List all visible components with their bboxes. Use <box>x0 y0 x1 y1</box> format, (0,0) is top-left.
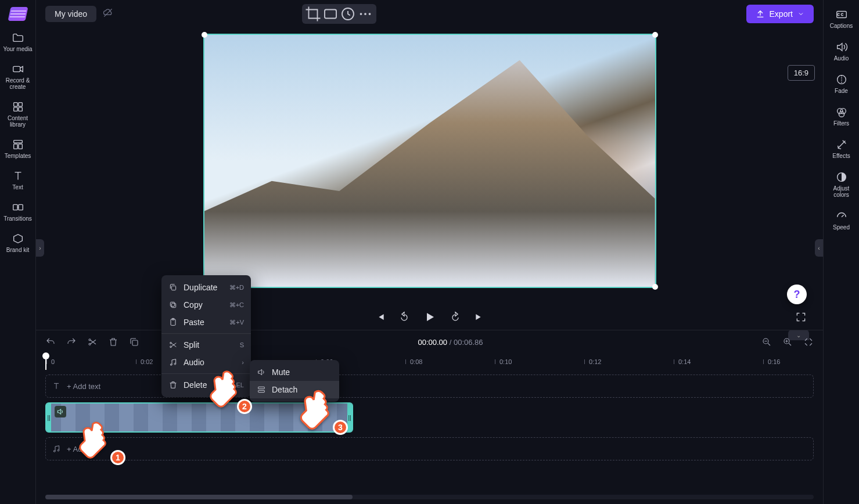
nav-captions[interactable]: Captions <box>825 8 858 29</box>
nav-transitions[interactable]: Transitions <box>2 201 34 222</box>
aspect-ratio-selector[interactable]: 16:9 <box>788 65 815 81</box>
resize-handle-tr[interactable] <box>652 32 658 38</box>
nav-label: Audio <box>834 55 849 62</box>
ctx-split[interactable]: Split S <box>161 336 251 354</box>
nav-your-media[interactable]: Your media <box>2 31 34 52</box>
skip-end-button[interactable] <box>474 311 486 323</box>
delete-button[interactable] <box>108 337 118 347</box>
mute-icon <box>257 368 266 377</box>
svg-point-15 <box>368 13 371 15</box>
ruler-tick: 0:16 <box>763 358 780 365</box>
undo-button[interactable] <box>45 337 56 347</box>
filters-icon <box>835 106 848 118</box>
skip-start-button[interactable] <box>374 311 386 323</box>
copy-icon <box>168 300 178 309</box>
fullscreen-button[interactable] <box>795 311 807 323</box>
help-button[interactable]: ? <box>787 285 807 304</box>
duplicate-icon <box>168 283 178 292</box>
main-area: My video Export <box>36 0 823 504</box>
nav-adjust-colors[interactable]: Adjust colors <box>825 171 858 198</box>
zoom-in-button[interactable] <box>782 337 793 347</box>
brandkit-icon <box>12 232 24 245</box>
video-clip[interactable]: || || <box>45 402 353 433</box>
right-sidebar: Captions Audio Fade Filters Effects Adju… <box>823 0 859 504</box>
folder-icon <box>12 31 24 44</box>
nav-speed[interactable]: Speed <box>825 210 858 231</box>
redo-button[interactable] <box>66 337 77 347</box>
adjust-icon <box>835 171 848 183</box>
duplicate-button[interactable] <box>129 337 139 347</box>
transitions-icon <box>12 201 24 214</box>
ctx-audio[interactable]: Audio › <box>161 354 251 371</box>
ctx-label: Paste <box>184 318 204 327</box>
ctx-label: Delete <box>184 380 207 390</box>
ctx-separator <box>161 333 251 334</box>
export-button[interactable]: Export <box>746 5 814 23</box>
svg-rect-5 <box>13 141 22 143</box>
timeline-ruler[interactable]: 0 0:02 0:06 0:08 0:10 0:12 0:14 0:16 <box>36 354 823 370</box>
svg-rect-11 <box>325 10 336 19</box>
audio-track[interactable]: + Add ... <box>45 437 814 460</box>
svg-point-37 <box>174 363 176 365</box>
clip-trim-right[interactable]: || <box>347 404 352 431</box>
nav-filters[interactable]: Filters <box>825 106 858 127</box>
video-canvas[interactable] <box>203 34 656 288</box>
pip-tool[interactable] <box>339 6 357 21</box>
text-track[interactable]: + Add text <box>45 375 814 398</box>
library-icon <box>12 100 24 113</box>
ruler-tick: 0:14 <box>674 358 691 365</box>
clip-audio-icon[interactable] <box>55 406 66 417</box>
ruler-tick: 0 <box>46 358 55 365</box>
nav-record-create[interactable]: Record & create <box>2 63 34 90</box>
nav-label: Filters <box>833 120 849 127</box>
ctx-copy[interactable]: Copy ⌘+C <box>161 296 251 314</box>
ctx-shortcut: ⌘+C <box>229 301 244 309</box>
zoom-out-button[interactable] <box>761 337 772 347</box>
svg-rect-8 <box>13 204 17 210</box>
svg-rect-29 <box>171 286 175 290</box>
cc-icon <box>835 8 848 21</box>
clip-trim-left[interactable]: || <box>46 404 51 431</box>
ruler-tick: 0:08 <box>405 358 422 365</box>
nav-brand-kit[interactable]: Brand kit <box>2 232 34 253</box>
nav-templates[interactable]: Templates <box>2 138 34 159</box>
crop-tool[interactable] <box>304 6 322 21</box>
split-button[interactable] <box>87 337 98 347</box>
ctx-paste[interactable]: Paste ⌘+V <box>161 314 251 331</box>
play-button[interactable] <box>423 310 437 324</box>
more-tools[interactable] <box>357 6 374 21</box>
nav-audio[interactable]: Audio <box>825 41 858 62</box>
nav-fade[interactable]: Fade <box>825 73 858 94</box>
ruler-tick: 0:12 <box>584 358 601 365</box>
fit-tool[interactable] <box>322 6 339 21</box>
nav-effects[interactable]: Effects <box>825 138 858 159</box>
context-menu: Duplicate ⌘+D Copy ⌘+C Paste ⌘+V Split S… <box>161 275 251 397</box>
submenu-mute[interactable]: Mute <box>250 363 339 381</box>
rewind-button[interactable] <box>398 311 410 323</box>
svg-point-16 <box>89 339 91 341</box>
timeline-scrollbar-thumb[interactable] <box>45 495 353 499</box>
svg-rect-1 <box>13 103 17 106</box>
nav-content-library[interactable]: Content library <box>2 100 34 128</box>
cloud-sync-icon[interactable] <box>102 7 114 21</box>
text-track-placeholder: + Add text <box>67 382 100 391</box>
timeline-scrollbar[interactable] <box>45 495 814 499</box>
templates-icon <box>12 138 24 151</box>
svg-rect-2 <box>18 103 21 106</box>
resize-handle-br[interactable] <box>652 284 658 290</box>
ctx-shortcut: ⌘+V <box>229 319 244 326</box>
svg-rect-6 <box>13 144 17 149</box>
ctx-duplicate[interactable]: Duplicate ⌘+D <box>161 279 251 296</box>
timeline-toolbar: 00:00.00 / 00:06.86 <box>36 330 823 354</box>
current-time: 00:00.00 <box>418 338 447 347</box>
forward-button[interactable] <box>450 311 461 323</box>
nav-text[interactable]: Text <box>2 170 34 190</box>
submenu-detach[interactable]: Detach <box>250 381 339 398</box>
svg-point-21 <box>53 451 55 452</box>
project-title[interactable]: My video <box>45 6 96 22</box>
resize-handle-tl[interactable] <box>202 32 207 38</box>
music-icon <box>168 358 178 367</box>
ctx-delete[interactable]: Delete EL <box>161 376 251 394</box>
fit-timeline-button[interactable] <box>803 337 814 347</box>
music-icon <box>52 444 61 453</box>
